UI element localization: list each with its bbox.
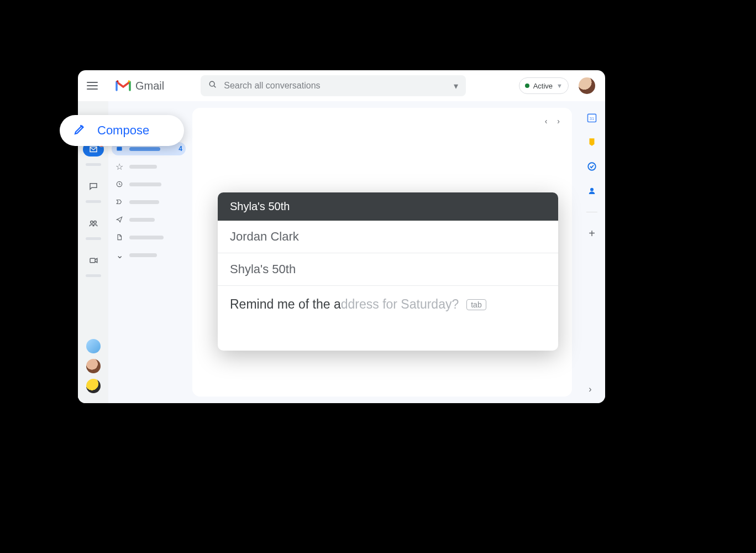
add-addon-button[interactable]: +	[586, 228, 597, 239]
contact-avatar[interactable]	[86, 359, 101, 373]
folder-snoozed[interactable]	[112, 178, 186, 191]
rail-chat[interactable]	[83, 179, 104, 194]
status-chip[interactable]: Active ▼	[519, 77, 569, 94]
tasks-icon[interactable]	[586, 161, 597, 172]
sent-icon	[115, 216, 124, 223]
svg-point-0	[210, 81, 215, 86]
clock-icon	[115, 180, 124, 188]
star-icon: ☆	[115, 161, 124, 172]
compose-label: Compose	[97, 123, 149, 138]
contact-avatar[interactable]	[86, 339, 101, 353]
contact-avatar[interactable]	[86, 379, 101, 393]
gmail-logo[interactable]: Gmail	[116, 80, 164, 92]
svg-point-9	[590, 188, 594, 191]
body-typed-text: Remind me of the a	[230, 297, 341, 311]
status-dot-icon	[525, 84, 529, 88]
compose-window: Shyla's 50th Jordan Clark Shyla's 50th R…	[218, 192, 558, 351]
folder-starred[interactable]: ☆	[112, 160, 186, 173]
side-separator	[586, 212, 597, 212]
keep-icon[interactable]	[586, 137, 597, 148]
search-icon	[208, 80, 217, 91]
rail-meet[interactable]	[83, 253, 104, 268]
rail-contacts	[78, 339, 108, 393]
status-label: Active	[533, 82, 553, 90]
chevron-down-icon: ⌄	[115, 250, 124, 260]
compose-body-field[interactable]: Remind me of the address for Saturday? t…	[218, 286, 558, 351]
nav-rail: 4	[78, 101, 108, 403]
gmail-m-icon	[116, 80, 131, 92]
svg-rect-4	[117, 147, 122, 151]
search-placeholder: Search all conversations	[224, 81, 447, 91]
account-avatar[interactable]	[579, 77, 595, 94]
prev-button[interactable]: ‹	[545, 117, 548, 126]
important-icon	[115, 198, 124, 206]
pagination: ‹ ›	[545, 117, 560, 126]
smart-compose-suggestion: ddress for Saturday?	[341, 297, 459, 311]
drafts-icon	[115, 233, 124, 241]
compose-title: Shyla's 50th	[230, 200, 290, 212]
svg-rect-3	[90, 258, 95, 263]
svg-point-1	[90, 221, 93, 224]
rail-label-placeholder	[86, 237, 101, 240]
compose-to-field[interactable]: Jordan Clark	[218, 221, 558, 253]
chevron-down-icon: ▼	[556, 82, 563, 89]
rail-label-placeholder	[86, 163, 101, 166]
inbox-count: 4	[179, 145, 182, 153]
folder-sent[interactable]	[112, 213, 186, 226]
calendar-icon[interactable]: 31	[586, 112, 597, 123]
compose-button[interactable]: Compose	[60, 115, 184, 146]
rail-label-placeholder	[86, 200, 101, 203]
rail-spaces[interactable]	[83, 216, 104, 231]
side-panel: 31 +	[579, 101, 605, 403]
folder-more[interactable]: ⌄	[112, 248, 186, 262]
rail-label-placeholder	[86, 274, 101, 277]
tab-key-hint: tab	[466, 299, 486, 310]
folder-list: 4 ☆	[108, 101, 190, 403]
product-name: Gmail	[135, 80, 164, 92]
search-options-icon[interactable]: ▾	[454, 81, 458, 91]
folder-important[interactable]	[112, 195, 186, 208]
svg-text:31: 31	[590, 116, 594, 121]
svg-point-2	[93, 221, 96, 224]
collapse-sidepanel-button[interactable]: ›	[584, 383, 596, 395]
compose-subject-field[interactable]: Shyla's 50th	[218, 253, 558, 286]
pencil-icon	[73, 123, 86, 138]
search-input[interactable]: Search all conversations ▾	[201, 75, 466, 96]
main-menu-button[interactable]	[85, 78, 100, 93]
app-header: Gmail Search all conversations ▾ Active …	[78, 70, 605, 101]
folder-drafts[interactable]	[112, 231, 186, 244]
contacts-icon[interactable]	[586, 185, 597, 196]
next-button[interactable]: ›	[557, 117, 560, 126]
inbox-icon	[115, 145, 124, 153]
compose-title-bar[interactable]: Shyla's 50th	[218, 192, 558, 221]
